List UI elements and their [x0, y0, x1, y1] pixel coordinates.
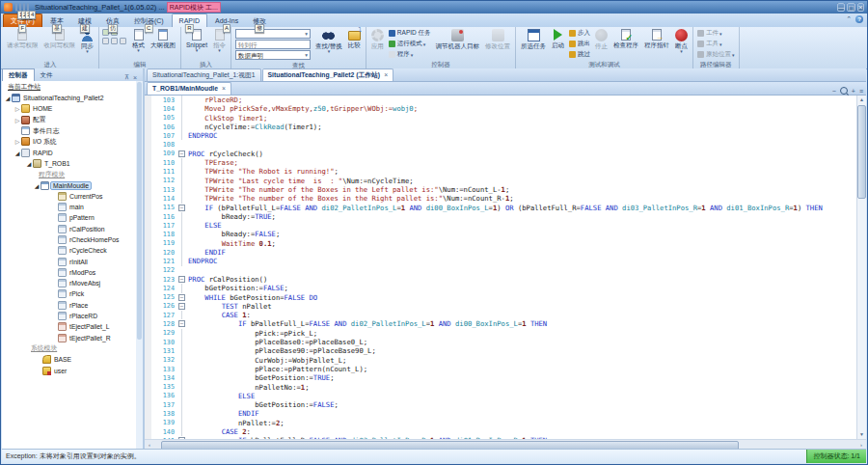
- ribbon-button-compare[interactable]: 比较: [346, 28, 363, 48]
- tree-scrollbar[interactable]: [136, 81, 143, 450]
- code-line-104[interactable]: 104 MoveJ pPickSafe,vMaxEmpty,z50,tGripp…: [145, 104, 856, 113]
- ribbon-tab-rapid[interactable]: RAPIDR: [172, 14, 207, 27]
- fold-toggle-icon[interactable]: –: [177, 204, 188, 212]
- tree-item-rPick[interactable]: rPick: [2, 288, 143, 299]
- fold-toggle-icon[interactable]: –: [177, 275, 188, 284]
- list-icon[interactable]: ≡: [859, 88, 863, 95]
- cut-icon[interactable]: [102, 38, 109, 44]
- code-line-124[interactable]: 124 bGetPosition:=FALSE;: [145, 284, 856, 292]
- maximize-icon[interactable]: ▢: [847, 3, 854, 12]
- code-line-103[interactable]: 103 rPlaceRD;: [145, 96, 856, 104]
- code-line-113[interactable]: 113 TPWrite "The number of the Boxes in …: [145, 185, 856, 194]
- breakpoint-margin[interactable]: [145, 185, 151, 194]
- ribbon-tab-controller[interactable]: 控制器(C)C: [127, 14, 171, 27]
- collapse-arrow-icon[interactable]: ◢: [33, 182, 41, 189]
- expand-arrow-icon[interactable]: ▷: [14, 117, 21, 123]
- code-line-137[interactable]: 137 bGetPosition:=FALSE;: [145, 400, 856, 409]
- ribbon-tab-modeling[interactable]: 建模建: [71, 14, 98, 27]
- goto-line-field[interactable]: 转到行: [235, 40, 311, 49]
- breakpoint-margin[interactable]: [145, 356, 151, 365]
- tree-item-rMoveAbsj[interactable]: rMoveAbsj: [2, 278, 143, 288]
- breakpoint-margin[interactable]: [145, 311, 151, 319]
- panel-tab-files-panel[interactable]: 文件: [35, 69, 59, 81]
- fold-toggle-icon[interactable]: –: [177, 319, 188, 328]
- code-line-105[interactable]: 105 ClkStop Timer1;: [145, 114, 856, 123]
- vertical-scrollbar[interactable]: ▲ ▼: [856, 96, 866, 439]
- code-line-125[interactable]: 125– WHILE bGetPosition=FALSE DO: [145, 293, 856, 302]
- breakpoint-margin[interactable]: [145, 383, 151, 392]
- scroll-right-icon[interactable]: ›: [856, 442, 866, 448]
- breakpoint-margin[interactable]: [145, 140, 151, 149]
- breakpoint-margin[interactable]: [145, 158, 151, 167]
- quick-access-icon[interactable]: 1: [15, 3, 17, 12]
- fold-toggle-icon[interactable]: –: [177, 436, 188, 439]
- ribbon-button-adjust-robtargets[interactable]: 调节机器人目标: [434, 28, 482, 49]
- breakpoint-margin[interactable]: [145, 104, 151, 113]
- expand-arrow-icon[interactable]: ▷: [14, 105, 21, 112]
- code-line-129[interactable]: 129 pPick:=pPick_L;: [145, 329, 856, 338]
- tree-item-HOME[interactable]: ▷HOME: [2, 103, 143, 114]
- collapse-arrow-icon[interactable]: ◢: [4, 95, 12, 101]
- code-line-134[interactable]: 134 bGetPosition:=TRUE;: [145, 373, 856, 382]
- breakpoint-margin[interactable]: [145, 239, 151, 248]
- code-line-108[interactable]: 108: [145, 140, 856, 149]
- collapse-arrow-icon[interactable]: ◢: [25, 160, 33, 167]
- breakpoint-margin[interactable]: [145, 212, 151, 221]
- fold-toggle-icon[interactable]: –: [177, 150, 188, 158]
- ribbon-tab-basic[interactable]: 基本基: [43, 14, 70, 27]
- tree-item-rInitAll[interactable]: rInitAll: [2, 256, 143, 266]
- tree-item-rCheckHomePos[interactable]: rCheckHomePos: [2, 234, 143, 245]
- code-line-133[interactable]: 133 pPlace:=pPattern(nCount_L);: [145, 365, 856, 373]
- close-icon[interactable]: ✕: [857, 3, 864, 12]
- code-line-110[interactable]: 110 TPErase;: [145, 158, 856, 167]
- minimize-icon[interactable]: —: [837, 3, 846, 12]
- breakpoint-margin[interactable]: [145, 284, 151, 292]
- tree-item-pPattern[interactable]: pPattern: [2, 212, 143, 223]
- scroll-up-icon[interactable]: ▲: [859, 96, 864, 104]
- code-line-132[interactable]: 132 CurWobj:=WobjPallet_L;: [145, 356, 856, 365]
- breakpoint-margin[interactable]: [145, 248, 151, 257]
- code-line-116[interactable]: 116 bReady:=TRUE;: [145, 212, 856, 221]
- collapse-box-icon[interactable]: –: [178, 320, 185, 327]
- ribbon-button-find-replace[interactable]: 查找/替换▾: [313, 28, 344, 53]
- ribbon-tab-simulation[interactable]: 仿真仿: [99, 14, 126, 27]
- code-line-112[interactable]: 112 TPWrite "Last cycle time is : "\Num:…: [145, 177, 856, 185]
- breakpoint-margin[interactable]: [145, 114, 151, 123]
- tree-item-main[interactable]: main: [2, 202, 143, 212]
- tree-item-tEjectPallet_R[interactable]: tEjectPallet_R: [2, 333, 143, 343]
- module-tab[interactable]: T_ROB1/MainMoudle×: [147, 82, 231, 95]
- code-line-122[interactable]: 122: [145, 266, 856, 275]
- breakpoint-margin[interactable]: [145, 257, 151, 265]
- collapse-box-icon[interactable]: –: [178, 276, 185, 283]
- collapse-arrow-icon[interactable]: ◢: [14, 150, 21, 156]
- code-line-106[interactable]: 106 nCycleTime:=ClkRead(Timer1);: [145, 123, 856, 131]
- breakpoint-margin[interactable]: [145, 373, 151, 382]
- code-line-118[interactable]: 118 bReady:=FALSE;: [145, 230, 856, 238]
- breakpoint-margin[interactable]: [145, 338, 151, 346]
- tree-item-RAPID[interactable]: ◢RAPID: [2, 147, 143, 157]
- code-line-115[interactable]: 115– IF (bPalletFull_L=FALSE AND di02_Pa…: [145, 204, 856, 212]
- tree-item-rPlaceRD[interactable]: rPlaceRD: [2, 311, 143, 321]
- view1-tab[interactable]: SituationalTeaching_Pallet_1:视图1: [147, 68, 261, 81]
- current-station-header[interactable]: 当前工作站: [2, 81, 143, 93]
- collapse-box-icon[interactable]: –: [178, 205, 185, 211]
- breakpoint-margin[interactable]: [145, 96, 151, 104]
- code-line-117[interactable]: 117 ELSE: [145, 221, 856, 230]
- breakpoint-margin[interactable]: [145, 266, 151, 275]
- search-combo[interactable]: ▾: [235, 29, 311, 39]
- ribbon-button-step-out[interactable]: 跳出: [568, 39, 591, 49]
- ribbon-button-check-program[interactable]: 检查程序: [611, 28, 640, 48]
- fold-toggle-icon[interactable]: –: [177, 293, 188, 302]
- breakpoint-margin[interactable]: [145, 427, 151, 436]
- ribbon-button-selected-tasks[interactable]: 所选任务: [519, 28, 548, 49]
- collapse-box-icon[interactable]: –: [178, 294, 185, 301]
- ribbon-button-program-pointer[interactable]: 程序指针: [642, 28, 671, 48]
- tree-item-rCalPosition[interactable]: rCalPosition: [2, 224, 143, 234]
- code-line-126[interactable]: 126– TEST nPallet: [145, 302, 856, 311]
- ribbon-button-step-over[interactable]: 跳过: [568, 49, 591, 60]
- expand-arrow-icon[interactable]: ▷: [14, 138, 21, 145]
- breakpoint-margin[interactable]: [145, 365, 151, 373]
- ribbon-button-outline-view[interactable]: 大纲视图: [149, 28, 177, 48]
- code-line-131[interactable]: 131 pPlaceBase90:=pPlaceBase90_L;: [145, 346, 856, 355]
- breakpoint-margin[interactable]: [145, 329, 151, 338]
